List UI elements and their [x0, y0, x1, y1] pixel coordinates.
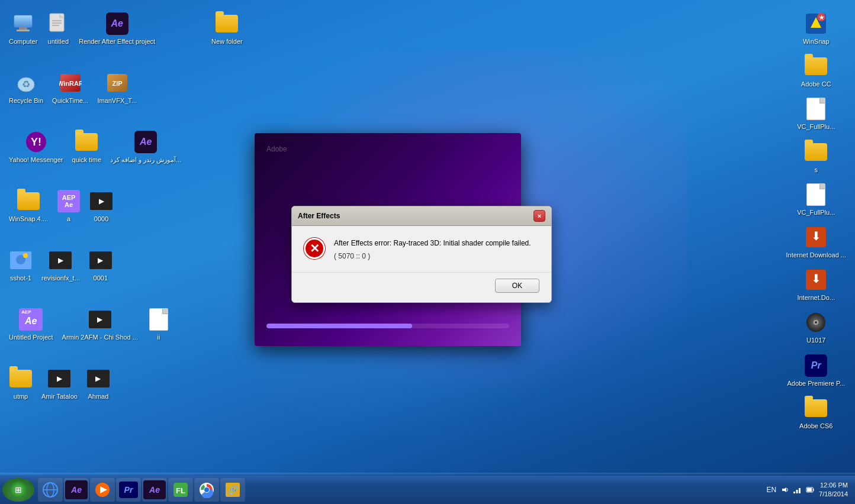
desktop-icon-untitled-project[interactable]: AEP Ae Untitled Project — [6, 305, 56, 344]
desktop-icon-u1017[interactable]: U1017 — [801, 308, 831, 347]
tray-sound-icon — [781, 486, 788, 493]
taskbar-language: EN — [766, 486, 776, 494]
icon-label-a-aep: a — [67, 215, 70, 223]
icon-label-amir-tataloo: Amir Tataloo — [41, 393, 78, 400]
desktop-icon-vc-fullplu2[interactable]: VC_FullPlu... — [794, 180, 838, 219]
desktop-icon-img0000[interactable]: 0000 — [86, 186, 116, 226]
desktop-icon-winsnap-r[interactable]: ★ WinSnap — [800, 9, 832, 49]
taskbar-time-display: 12:06 PM — [819, 481, 848, 490]
icon-label-img0000: 0000 — [94, 215, 108, 223]
svg-rect-48 — [796, 490, 798, 493]
icon-label-adobe-premiere: Adobe Premiere P... — [787, 380, 845, 387]
desktop-icon-render-ae[interactable]: Ae Render After Effect project — [76, 9, 158, 49]
desktop-icon-yahoo[interactable]: Y! Yahoo! Messenger — [6, 127, 66, 167]
icon-label-amoozesh: آموزش رندر و اضافه کرد... — [110, 156, 181, 164]
svg-rect-52 — [807, 488, 812, 492]
taskbar-media-icon[interactable] — [90, 478, 115, 502]
desktop-icon-amoozesh[interactable]: Ae آموزش رندر و اضافه کرد... — [107, 127, 184, 167]
svg-rect-51 — [813, 489, 814, 491]
icon-label-sshot1: sshot-1 — [10, 274, 31, 282]
icon-label-armin2afm: Armin 2AFM - Chi Shod ... — [62, 334, 138, 341]
desktop-icon-s-folder[interactable]: s — [801, 137, 831, 177]
svg-point-20 — [23, 253, 28, 258]
dialog-close-button[interactable]: × — [533, 210, 545, 222]
error-dialog: After Effects × ✕ After Effects error: R… — [291, 206, 552, 303]
desktop-icon-ii-doc[interactable]: ii — [144, 305, 173, 344]
dialog-body: ✕ After Effects error: Ray-traced 3D: In… — [292, 226, 551, 272]
taskbar-fl-icon[interactable]: FL — [168, 478, 193, 502]
desktop-icon-ahmad[interactable]: Ahmad — [83, 364, 113, 403]
svg-point-43 — [204, 487, 209, 492]
tray-battery-icon — [806, 486, 814, 494]
error-icon: ✕ — [304, 238, 325, 259]
desktop-icon-adobe-premiere[interactable]: Pr Adobe Premiere P... — [784, 351, 848, 390]
svg-text:⬇: ⬇ — [811, 272, 821, 285]
taskbar-date-display: 7/18/2014 — [819, 490, 848, 499]
svg-text:FL: FL — [176, 486, 185, 495]
icon-label-imanvfx: ImanVFX_T... — [97, 97, 137, 105]
taskbar-ae2-logo: Ae — [143, 480, 166, 499]
dialog-titlebar: After Effects × — [292, 206, 551, 226]
taskbar-ie-icon[interactable] — [38, 478, 63, 502]
svg-text:⊞: ⊞ — [15, 485, 22, 495]
icon-label-computer: Computer — [9, 38, 37, 46]
taskbar-apps: Ae Pr Ae FL — [38, 478, 766, 502]
icon-label-new-folder: New folder — [211, 38, 243, 46]
taskbar-ae2-icon[interactable]: Ae — [142, 478, 167, 502]
desktop-icon-winsnap4[interactable]: WinSnap.4.... — [6, 186, 51, 226]
desktop-icon-vc-fullplu1[interactable]: VC_FullPlu... — [794, 94, 838, 134]
start-button[interactable]: ⊞ — [2, 478, 34, 502]
taskbar-app-icon[interactable]: 🔗 — [220, 478, 245, 502]
desktop-icon-a-aep[interactable]: AEPAe a — [54, 186, 83, 226]
taskbar: ⊞ Ae Pr — [0, 476, 855, 504]
icon-label-quicktime2: quick time — [72, 156, 102, 164]
desktop-icon-quicktime[interactable]: WinRAR QuickTime... — [49, 68, 91, 108]
desktop-icon-recycle[interactable]: ♻ Recycle Bin — [6, 68, 46, 108]
svg-marker-46 — [782, 487, 786, 492]
icon-label-internet-do2: Internet.Do... — [797, 294, 835, 302]
desktop-icon-amir-tataloo[interactable]: Amir Tataloo — [38, 364, 81, 403]
icon-label-render-ae: Render After Effect project — [79, 38, 155, 46]
icon-label-ii-doc: ii — [158, 334, 160, 341]
taskbar-premiere-icon[interactable]: Pr — [116, 478, 141, 502]
icon-label-untitled: untitled — [48, 38, 69, 46]
dialog-ok-button[interactable]: OK — [495, 279, 539, 293]
icon-label-quicktime: QuickTime... — [52, 97, 88, 105]
desktop-icon-computer[interactable]: Computer — [6, 9, 40, 49]
desktop-icon-adobe-cs6[interactable]: Adobe CS6 — [796, 393, 835, 433]
svg-point-31 — [815, 321, 817, 324]
desktop-icon-untitled[interactable]: untitled — [43, 9, 73, 49]
desktop-icon-internet-download[interactable]: ⬇ Internet Download ... — [783, 222, 849, 262]
svg-rect-2 — [19, 27, 27, 30]
icon-label-winsnap-r: WinSnap — [803, 38, 830, 46]
dialog-footer: OK — [292, 272, 551, 302]
icon-label-adobe-cs6: Adobe CS6 — [799, 422, 832, 430]
icon-label-s-folder: s — [814, 166, 818, 174]
desktop-icon-armin2afm[interactable]: Armin 2AFM - Chi Shod ... — [59, 305, 141, 344]
desktop-icon-sshot1[interactable]: sshot-1 — [6, 245, 36, 285]
icon-label-recycle: Recycle Bin — [9, 97, 43, 105]
svg-text:Y!: Y! — [31, 136, 41, 148]
taskbar-chrome-icon[interactable] — [194, 478, 219, 502]
icon-label-untitled-project: Untitled Project — [9, 334, 53, 341]
svg-text:⬇: ⬇ — [811, 230, 821, 243]
svg-rect-3 — [17, 30, 30, 31]
svg-text:★: ★ — [819, 14, 825, 21]
icon-label-yahoo: Yahoo! Messenger — [9, 156, 63, 164]
svg-rect-49 — [799, 488, 801, 493]
svg-text:WinRAR: WinRAR — [59, 80, 82, 87]
desktop-icon-utmp[interactable]: utmp — [6, 364, 36, 403]
icon-label-revisionfx: revisionfx_t... — [41, 274, 80, 282]
icon-label-u1017: U1017 — [806, 337, 825, 344]
desktop-icon-imanvfx[interactable]: ZIP ImanVFX_T... — [94, 68, 140, 108]
taskbar-clock: 12:06 PM 7/18/2014 — [819, 481, 848, 499]
dialog-message: After Effects error: Ray-traced 3D: Init… — [334, 238, 539, 260]
desktop-icon-revisionfx[interactable]: revisionfx_t... — [38, 245, 83, 285]
svg-rect-47 — [793, 492, 795, 493]
desktop-icon-adobe-cc[interactable]: Adobe CC — [798, 51, 834, 91]
desktop-icon-img0001[interactable]: 0001 — [86, 245, 115, 285]
desktop-icon-quicktime2[interactable]: quick time — [69, 127, 105, 167]
desktop-icon-new-folder[interactable]: New folder — [208, 9, 246, 49]
taskbar-ae-icon[interactable]: Ae — [64, 478, 89, 502]
desktop-icon-internet-do2[interactable]: ⬇ Internet.Do... — [794, 265, 838, 305]
